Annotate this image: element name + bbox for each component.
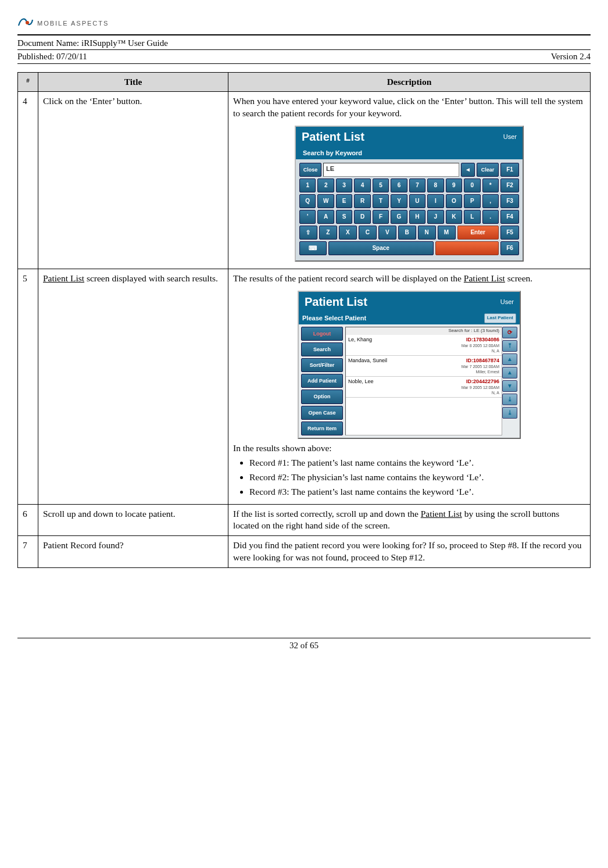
f3-button[interactable]: F3	[500, 194, 519, 208]
key-q[interactable]: Q	[299, 194, 316, 208]
key-dot[interactable]: .	[482, 210, 499, 224]
key-4[interactable]: 4	[354, 178, 370, 192]
doc-name-label: Document Name:	[17, 38, 81, 48]
return-item-button[interactable]: Return Item	[301, 422, 343, 435]
doc-meta-row: Published: 07/20/11 Version 2.4	[17, 49, 591, 63]
key-shift[interactable]: ⇧	[299, 226, 317, 240]
key-u[interactable]: U	[409, 194, 425, 208]
results-intro: In the results shown above:	[233, 442, 585, 455]
key-t[interactable]: T	[373, 194, 389, 208]
footer-divider	[17, 638, 591, 638]
key-d[interactable]: D	[354, 210, 370, 224]
key-l[interactable]: L	[464, 210, 480, 224]
key-apos[interactable]: '	[299, 210, 316, 224]
key-j[interactable]: J	[427, 210, 444, 224]
key-b[interactable]: B	[398, 226, 416, 240]
step-title: Scroll up and down to locate patient.	[38, 504, 228, 536]
space-button[interactable]: Space	[328, 241, 434, 255]
key-5[interactable]: 5	[373, 178, 389, 192]
f6-button[interactable]: F6	[500, 241, 519, 255]
list-item[interactable]: Le, Khang ID:178304086Mar 8 2005 12:00AM…	[346, 335, 502, 356]
scroll-up-icon[interactable]: ▲	[502, 367, 517, 378]
shot-subtitle: Please Select Patient	[302, 314, 366, 323]
clear-button[interactable]: Clear	[477, 163, 499, 177]
key-h[interactable]: H	[409, 210, 425, 224]
sort-filter-button[interactable]: Sort/Filter	[301, 358, 343, 372]
key-i[interactable]: I	[427, 194, 444, 208]
search-summary: Search for : LE (3 found)	[346, 327, 502, 335]
table-row: 7 Patient Record found? Did you find the…	[18, 536, 591, 568]
page-up-icon[interactable]: ▲	[502, 353, 517, 365]
scroll-bottom-icon[interactable]: ⤓	[502, 407, 517, 419]
backspace-button[interactable]: ◄	[461, 163, 475, 177]
option-button[interactable]: Option	[301, 390, 343, 403]
keyboard-icon[interactable]: ⌨	[299, 241, 327, 255]
shot-title: Patient List	[305, 294, 367, 310]
last-patient-button[interactable]: Last Patient	[484, 313, 516, 323]
steps-table: # Title Description 4 Click on the ‘Ente…	[17, 72, 591, 569]
page-down-icon[interactable]: ⤓	[502, 394, 517, 405]
step-title: Click on the ‘Enter’ button.	[38, 92, 228, 269]
add-patient-button[interactable]: Add Patient	[301, 374, 343, 388]
key-g[interactable]: G	[391, 210, 407, 224]
search-button[interactable]: Search	[301, 342, 343, 356]
f5-button[interactable]: F5	[500, 226, 519, 240]
result-list: Search for : LE (3 found) Le, Khang ID:1…	[345, 327, 502, 435]
enter-button[interactable]: Enter	[457, 226, 499, 240]
key-k[interactable]: K	[446, 210, 462, 224]
enter-button-ext[interactable]	[435, 241, 499, 255]
screenshot-results: Patient List User Please Select Patient …	[298, 291, 521, 439]
step-title: Patient Record found?	[38, 536, 228, 568]
logout-button[interactable]: Logout	[301, 327, 343, 341]
f4-button[interactable]: F4	[500, 210, 519, 224]
key-star[interactable]: *	[482, 178, 499, 192]
logo-mark	[17, 15, 34, 32]
key-f[interactable]: F	[373, 210, 389, 224]
key-2[interactable]: 2	[317, 178, 334, 192]
key-y[interactable]: Y	[391, 194, 407, 208]
key-7[interactable]: 7	[409, 178, 425, 192]
step-num: 7	[18, 536, 38, 568]
key-comma[interactable]: ,	[482, 194, 499, 208]
key-v[interactable]: V	[378, 226, 396, 240]
shot-subtitle: Search by Keyword	[296, 147, 523, 159]
close-button[interactable]: Close	[299, 163, 321, 177]
key-s[interactable]: S	[336, 210, 352, 224]
f2-button[interactable]: F2	[500, 178, 519, 192]
refresh-icon[interactable]: ⟳	[502, 327, 517, 338]
divider	[17, 34, 591, 35]
key-p[interactable]: P	[464, 194, 480, 208]
f1-button[interactable]: F1	[500, 163, 519, 177]
key-9[interactable]: 9	[446, 178, 462, 192]
scroll-down-icon[interactable]: ▼	[502, 380, 517, 392]
key-8[interactable]: 8	[427, 178, 444, 192]
doc-name: iRISupply™ User Guide	[81, 38, 168, 48]
key-6[interactable]: 6	[391, 178, 407, 192]
shot-user: User	[503, 133, 517, 141]
key-e[interactable]: E	[336, 194, 352, 208]
key-m[interactable]: M	[438, 226, 456, 240]
published-label: Published:	[17, 52, 56, 61]
key-x[interactable]: X	[339, 226, 357, 240]
version: Version 2.4	[551, 51, 591, 62]
key-r[interactable]: R	[354, 194, 370, 208]
key-a[interactable]: A	[317, 210, 334, 224]
published-date: 07/20/11	[56, 52, 87, 61]
key-1[interactable]: 1	[299, 178, 316, 192]
key-n[interactable]: N	[418, 226, 436, 240]
scroll-top-icon[interactable]: ⤒	[502, 340, 517, 352]
open-case-button[interactable]: Open Case	[301, 406, 343, 420]
key-z[interactable]: Z	[319, 226, 337, 240]
bullet-item: Record #3: The patient’s last name conta…	[249, 486, 585, 498]
key-3[interactable]: 3	[336, 178, 352, 192]
list-item[interactable]: Mandava, Suneil ID:108467874Mar 7 2005 1…	[346, 356, 502, 377]
key-o[interactable]: O	[446, 194, 462, 208]
page-number: 32 of 65	[17, 640, 591, 651]
logo: MOBILE ASPECTS	[17, 15, 591, 32]
key-w[interactable]: W	[317, 194, 334, 208]
table-row: 4 Click on the ‘Enter’ button. When you …	[18, 92, 591, 269]
key-0[interactable]: 0	[464, 178, 480, 192]
search-input[interactable]: LE	[323, 163, 459, 177]
key-c[interactable]: C	[359, 226, 377, 240]
list-item[interactable]: Noble, Lee ID:204422796Mar 9 2005 12:00A…	[346, 377, 502, 398]
